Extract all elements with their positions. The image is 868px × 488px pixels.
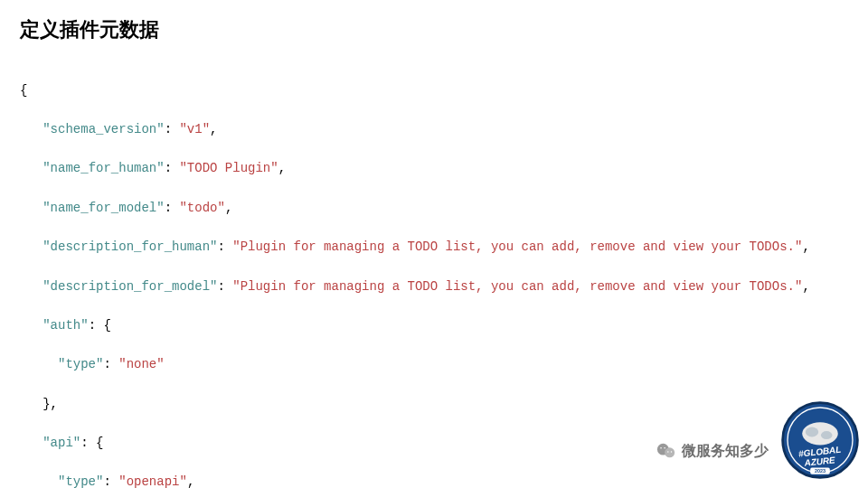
svg-point-9: [806, 427, 818, 437]
key-schema-version: "schema_version": [42, 122, 164, 136]
svg-point-4: [667, 451, 668, 452]
val-name-for-model: "todo": [179, 201, 224, 215]
val-schema-version: "v1": [179, 122, 210, 136]
comma: ,: [802, 239, 809, 254]
colon: :: [165, 122, 180, 136]
key-api-type: "type": [58, 474, 103, 488]
val-description-for-human: "Plugin for managing a TODO list, you ca…: [232, 239, 802, 254]
colon: :: [165, 201, 180, 215]
comma: ,: [802, 279, 809, 294]
val-auth-type: "none": [118, 357, 164, 371]
colon: :: [103, 357, 118, 371]
key-name-for-model: "name_for_model": [42, 201, 164, 215]
colon: :: [217, 279, 232, 294]
close-brace-comma: },: [42, 397, 58, 411]
svg-point-1: [665, 447, 675, 457]
colon: :: [103, 474, 118, 488]
key-auth-type: "type": [58, 357, 103, 371]
watermark: 微服务知多少: [656, 441, 769, 461]
svg-text:2023: 2023: [815, 468, 826, 474]
open-brace: {: [20, 83, 27, 98]
svg-point-5: [671, 451, 672, 452]
comma: ,: [225, 201, 232, 215]
watermark-text: 微服务知多少: [682, 442, 769, 461]
comma: ,: [210, 122, 217, 136]
open-obj: : {: [89, 318, 111, 333]
global-azure-badge-icon: #GLOBAL AZURE 2023: [779, 399, 861, 481]
svg-point-10: [821, 431, 833, 439]
val-name-for-human: "TODO Plugin": [179, 161, 278, 175]
svg-point-3: [664, 447, 665, 449]
val-api-type: "openapi": [118, 474, 187, 488]
key-description-for-model: "description_for_model": [42, 279, 217, 294]
val-description-for-model: "Plugin for managing a TODO list, you ca…: [232, 279, 802, 294]
colon: :: [165, 161, 180, 175]
svg-point-2: [660, 447, 662, 449]
key-api: "api": [42, 436, 80, 450]
wechat-icon: [656, 441, 676, 461]
open-obj: : {: [80, 436, 103, 450]
key-description-for-human: "description_for_human": [42, 239, 217, 254]
page-title: 定义插件元数据: [0, 0, 868, 52]
comma: ,: [278, 161, 286, 175]
key-name-for-human: "name_for_human": [42, 161, 164, 175]
key-auth: "auth": [42, 318, 88, 333]
comma: ,: [187, 474, 194, 488]
colon: :: [217, 239, 232, 254]
json-code-block: { "schema_version": "v1", "name_for_huma…: [0, 52, 868, 488]
